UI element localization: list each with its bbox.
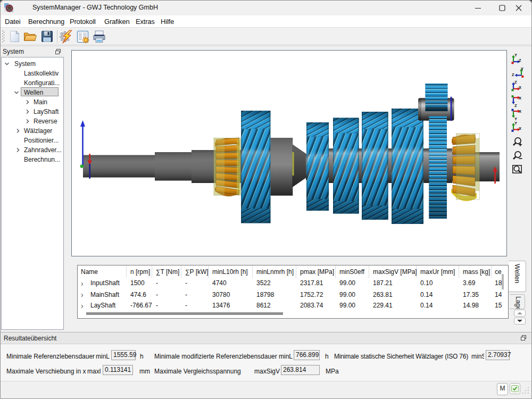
svg-text:Y: Y bbox=[514, 121, 517, 126]
svg-text:Z: Z bbox=[519, 58, 521, 63]
svg-text:Y: Y bbox=[521, 66, 523, 71]
svg-text:Z: Z bbox=[512, 72, 514, 77]
svg-text:X: X bbox=[519, 85, 521, 90]
svg-text:X: X bbox=[519, 109, 521, 114]
svg-text:X: X bbox=[519, 96, 521, 101]
svg-text:X: X bbox=[519, 126, 521, 131]
svg-text:Z: Z bbox=[514, 80, 517, 85]
svg-text:Z: Z bbox=[514, 103, 517, 108]
svg-text:Y: Y bbox=[514, 53, 517, 57]
